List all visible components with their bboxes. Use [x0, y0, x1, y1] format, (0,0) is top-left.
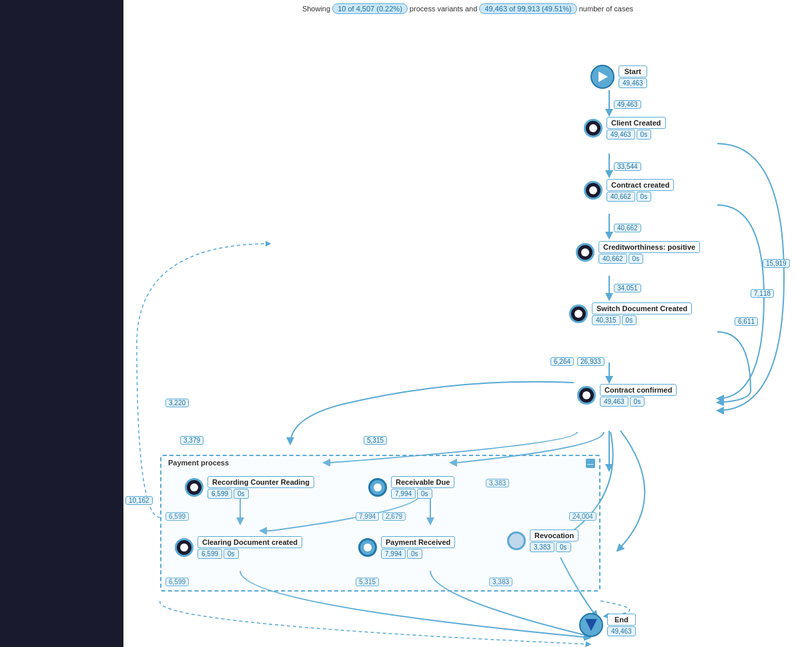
circle-inner9 — [364, 544, 372, 552]
client-created-time: 0s — [637, 130, 652, 140]
payment-received-node: Payment Received 7,994 0s — [358, 536, 455, 559]
edge-label-49463a: 49,463 — [614, 100, 641, 109]
subprocess-payment-process: Payment process — Recording Counter Read… — [160, 455, 600, 592]
circle-inner4 — [574, 310, 582, 318]
revocation-node: Revocation 3,383 0s — [507, 529, 578, 552]
revocation-count: 3,383 — [530, 542, 554, 552]
recording-label: Recording Counter Reading — [208, 476, 314, 488]
contract-confirmed-count: 49,463 — [600, 397, 629, 407]
switch-doc-count: 40,315 — [592, 315, 621, 325]
contract-created-circle — [584, 181, 602, 200]
circle-inner6 — [190, 483, 198, 491]
switch-doc-node: Switch Document Created 40,315 0s — [569, 302, 692, 325]
client-created-circle — [584, 119, 602, 138]
recording-time: 0s — [234, 489, 249, 499]
clearing-doc-node: Clearing Document created 6,599 0s — [175, 536, 302, 559]
edge-label-40662a: 40,662 — [614, 224, 641, 232]
start-label: Start — [619, 65, 647, 77]
contract-created-label: Contract created — [606, 179, 674, 191]
circle-inner3 — [581, 248, 589, 256]
edge-label-26933: 26,933 — [577, 357, 604, 366]
play-icon — [598, 71, 608, 82]
variants-pill[interactable]: 10 of 4,507 (0.22%) — [332, 3, 408, 14]
recording-circle — [185, 478, 204, 497]
contract-confirmed-time: 0s — [630, 397, 645, 407]
circle-inner8 — [180, 544, 188, 552]
process-canvas: 49,463 33,544 40,662 34,051 6,264 26,933… — [123, 17, 812, 647]
circle-inner5 — [582, 391, 590, 399]
receivable-due-node: Receivable Due 7,994 0s — [368, 476, 454, 499]
cases-pill[interactable]: 49,463 of 99,913 (49.51%) — [479, 3, 576, 14]
recording-count: 6,599 — [208, 489, 232, 499]
process-text: process variants and — [410, 5, 478, 13]
clearing-doc-count: 6,599 — [197, 549, 222, 559]
showing-text: Showing — [302, 5, 330, 13]
creditworthiness-circle — [576, 243, 594, 262]
client-created-count: 49,463 — [606, 130, 635, 140]
creditworthiness-time: 0s — [629, 254, 644, 264]
end-node: End 49,463 — [579, 613, 636, 637]
creditworthiness-label: Creditworthiness: positive — [598, 241, 700, 253]
edge-label-10162: 10,162 — [125, 496, 153, 505]
edge-label-5315a: 5,315 — [364, 436, 387, 445]
creditworthiness-count: 40,662 — [598, 254, 627, 264]
start-icon — [590, 65, 615, 89]
switch-doc-circle — [569, 304, 588, 323]
client-created-label: Client Created — [606, 117, 666, 129]
end-icon — [579, 613, 603, 637]
revocation-circle — [507, 531, 526, 550]
payment-received-circle — [358, 538, 377, 557]
end-inner-icon — [585, 619, 597, 631]
main-content: Showing 10 of 4,507 (0.22%) process vari… — [123, 0, 812, 647]
contract-created-count: 40,662 — [606, 192, 635, 202]
edge-label-7118: 7,118 — [751, 289, 774, 298]
edge-label-6264: 6,264 — [550, 357, 574, 366]
receivable-due-time: 0s — [417, 489, 432, 499]
edge-label-15919: 15,919 — [763, 259, 790, 268]
receivable-due-count: 7,994 — [391, 489, 416, 499]
revocation-time: 0s — [556, 542, 571, 552]
clearing-doc-label: Clearing Document created — [197, 536, 302, 548]
start-count: 49,463 — [619, 78, 647, 88]
sidebar — [0, 0, 123, 647]
end-count: 49,463 — [607, 626, 636, 636]
edge-label-33544: 33,544 — [614, 162, 641, 171]
cases-text: number of cases — [579, 5, 633, 13]
edge-label-3379: 3,379 — [180, 436, 204, 445]
creditworthiness-node: Creditworthiness: positive 40,662 0s — [576, 241, 700, 264]
payment-received-count: 7,994 — [381, 549, 406, 559]
payment-received-time: 0s — [407, 549, 422, 559]
payment-received-label: Payment Received — [381, 536, 455, 548]
revocation-label: Revocation — [530, 529, 578, 542]
receivable-due-label: Receivable Due — [391, 476, 454, 488]
circle-inner7 — [374, 483, 382, 491]
contract-created-node: Contract created 40,662 0s — [584, 179, 674, 202]
top-bar: Showing 10 of 4,507 (0.22%) process vari… — [123, 3, 812, 14]
subprocess-title: Payment process — [168, 459, 229, 467]
contract-created-time: 0s — [637, 192, 652, 202]
switch-doc-label: Switch Document Created — [592, 302, 692, 314]
clearing-circle — [175, 538, 193, 557]
edge-label-6611: 6,611 — [735, 317, 758, 326]
contract-confirmed-node: Contract confirmed 49,463 0s — [577, 384, 677, 407]
contract-confirmed-label: Contract confirmed — [600, 384, 677, 396]
edge-label-34051: 34,051 — [614, 284, 641, 292]
subprocess-collapse-button[interactable]: — — [586, 459, 595, 468]
clearing-doc-time: 0s — [224, 549, 239, 559]
switch-doc-time: 0s — [622, 315, 637, 325]
receivable-due-circle — [368, 478, 387, 497]
start-node: Start 49,463 — [590, 65, 647, 89]
circle-inner — [589, 124, 597, 132]
circle-inner2 — [589, 186, 597, 194]
end-label: End — [607, 614, 636, 626]
contract-confirmed-circle — [577, 386, 596, 405]
client-created-node: Client Created 49,463 0s — [584, 117, 666, 140]
recording-node: Recording Counter Reading 6,599 0s — [185, 476, 314, 499]
edge-label-3220: 3,220 — [165, 399, 189, 407]
